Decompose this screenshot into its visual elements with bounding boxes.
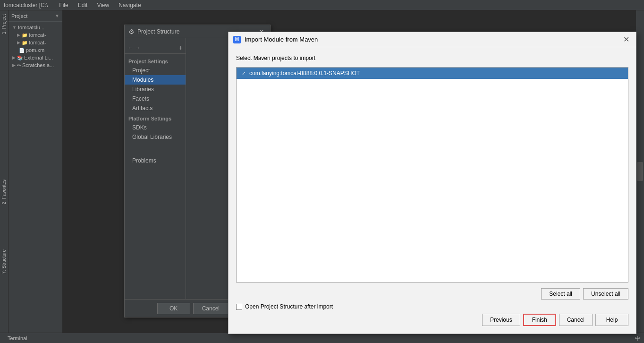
ps-forward-button[interactable]: → <box>135 44 141 51</box>
import-dialog: M Import Module from Maven ✕ Select Mave… <box>228 32 636 334</box>
ps-item-modules[interactable]: Modules <box>125 75 186 85</box>
checkbox-check-icon: ✓ <box>242 71 246 76</box>
file-icon-3: 📄 <box>19 48 25 53</box>
tree-item-label-4: External Li... <box>24 55 53 60</box>
ps-item-facets[interactable]: Facets <box>125 94 186 103</box>
tree-item-label-3: pom.xm <box>26 47 44 53</box>
maven-item-label: com.lanying:tomcat-8888:0.0.1-SNAPSHOT <box>249 70 360 77</box>
lib-icon: 📚 <box>17 55 23 60</box>
tree-item-label-5: Scratches a... <box>22 62 54 68</box>
chinese-char[interactable]: 中 <box>635 335 640 342</box>
ps-title-icon: ⚙ <box>128 28 135 35</box>
right-panel <box>636 10 644 333</box>
ps-item-problems[interactable]: Problems <box>125 156 186 165</box>
tree-arrow-4: ▶ <box>12 55 16 60</box>
side-structure-tab[interactable]: 7: Structure <box>1 248 7 276</box>
menu-bar: tomcatcluster [C:\ File Edit View Naviga… <box>0 0 644 10</box>
ps-back-button[interactable]: ← <box>127 44 133 51</box>
previous-button[interactable]: Previous <box>482 314 520 326</box>
project-tree: ▼ tomcatclu... ▶ 📁 tomcat- ▶ 📁 tomcat- 📄… <box>8 22 62 333</box>
menu-edit[interactable]: Edit <box>76 1 90 9</box>
app-title: tomcatcluster [C:\ <box>4 2 48 9</box>
dialog-title-icon: M <box>233 36 241 43</box>
cancel-button[interactable]: Cancel <box>559 314 593 326</box>
unselect-all-button[interactable]: Unselect all <box>583 288 628 300</box>
tree-item-2[interactable]: ▶ 📁 tomcat- <box>8 39 62 46</box>
tree-item-label-2: tomcat- <box>29 40 46 45</box>
terminal-tab-label: Terminal <box>8 335 27 341</box>
ps-platform-settings-label: Platform Settings <box>125 113 186 123</box>
dialog-bottom: Select all Unselect all Open Project Str… <box>236 288 628 326</box>
finish-button[interactable]: Finish <box>523 314 556 326</box>
project-panel-header: Project ▼ <box>8 10 62 22</box>
menu-file[interactable]: File <box>57 1 70 9</box>
dialog-title-bar: M Import Module from Maven ✕ <box>229 32 636 47</box>
ide-ok-button[interactable]: OK <box>157 303 190 314</box>
open-structure-label: Open Project Structure after import <box>245 303 333 310</box>
ps-item-sdks[interactable]: SDKs <box>125 123 186 132</box>
ps-item-project[interactable]: Project <box>125 66 186 75</box>
menu-navigate[interactable]: Navigate <box>117 1 143 9</box>
tree-arrow-2: ▶ <box>17 40 20 45</box>
bottom-tabs: Terminal 中 <box>0 333 644 343</box>
ps-item-global-libraries[interactable]: Global Libraries <box>125 132 186 142</box>
ps-add-button[interactable]: + <box>179 44 183 51</box>
project-header-label: Project <box>11 13 27 19</box>
maven-list-item[interactable]: ✓ com.lanying:tomcat-8888:0.0.1-SNAPSHOT <box>237 68 628 79</box>
project-header-icon: ▼ <box>55 13 59 18</box>
project-panel: Project ▼ ▼ tomcatclu... ▶ 📁 tomcat- ▶ 📁… <box>8 10 63 333</box>
tree-item-3[interactable]: 📄 pom.xm <box>8 46 62 54</box>
tree-root-label: tomcatclu... <box>18 25 44 30</box>
ps-item-libraries[interactable]: Libraries <box>125 85 186 94</box>
tree-item-4[interactable]: ▶ 📚 External Li... <box>8 54 62 61</box>
terminal-tab[interactable]: Terminal <box>4 333 31 343</box>
tree-item-root[interactable]: ▼ tomcatclu... <box>8 24 62 31</box>
ps-item-artifacts[interactable]: Artifacts <box>125 103 186 113</box>
ps-left-nav: ← → + Project Settings Project Modules L… <box>125 38 186 299</box>
tree-item-label-1: tomcat- <box>29 32 46 38</box>
side-project-tab[interactable]: 1: Project <box>1 12 7 36</box>
tree-arrow-1: ▶ <box>17 33 20 37</box>
dialog-title-text: Import Module from Maven <box>245 36 621 43</box>
open-structure-row: Open Project Structure after import <box>236 303 628 310</box>
tree-item-1[interactable]: ▶ 📁 tomcat- <box>8 31 62 39</box>
folder-icon-1: 📁 <box>22 33 27 38</box>
scratch-icon: ✏ <box>17 63 21 68</box>
select-all-button[interactable]: Select all <box>541 288 580 300</box>
ps-project-settings-label: Project Settings <box>125 56 186 66</box>
maven-item-checkbox[interactable]: ✓ <box>240 70 246 77</box>
dialog-button-row: Previous Finish Cancel Help <box>236 314 628 326</box>
open-structure-checkbox[interactable] <box>236 304 242 310</box>
help-button[interactable]: Help <box>595 314 628 326</box>
bottom-area: Terminal 中 ❓ Compilation completed succe… <box>0 333 644 343</box>
menu-view[interactable]: View <box>95 1 111 9</box>
tree-arrow-5: ▶ <box>12 63 16 68</box>
folder-icon-2: 📁 <box>22 40 27 45</box>
dialog-subtitle: Select Maven projects to import <box>236 55 628 61</box>
select-buttons-row: Select all Unselect all <box>236 288 628 300</box>
tree-item-5[interactable]: ▶ ✏ Scratches a... <box>8 61 62 69</box>
tree-arrow: ▼ <box>12 25 17 30</box>
content-area: ⚙ Project Structure ✕ ← → + Project Sett… <box>63 10 636 333</box>
maven-list: ✓ com.lanying:tomcat-8888:0.0.1-SNAPSHOT <box>236 67 628 283</box>
dialog-body: Select Maven projects to import ✓ com.la… <box>229 47 636 334</box>
ide-window: tomcatcluster [C:\ File Edit View Naviga… <box>0 0 644 343</box>
right-scrollbar[interactable] <box>637 162 643 181</box>
dialog-close-button[interactable]: ✕ <box>621 35 631 44</box>
side-favorites-tab[interactable]: 2: Favorites <box>1 178 7 206</box>
ide-cancel-button[interactable]: Cancel <box>193 303 229 314</box>
